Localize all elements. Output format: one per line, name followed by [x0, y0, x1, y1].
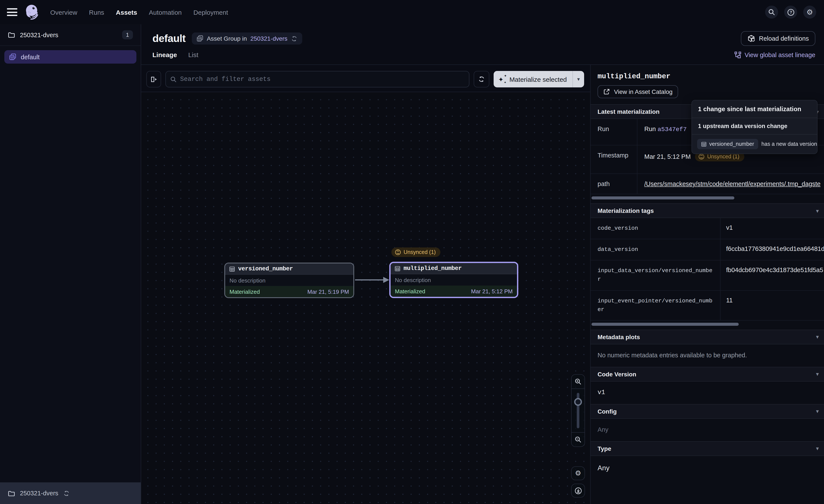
timestamp-value: Mar 21, 5:12 PM	[644, 153, 691, 160]
run-row-label: Run	[591, 119, 637, 145]
sidebar-footer-code-location[interactable]: 250321-dvers	[0, 482, 141, 504]
nav-automation[interactable]: Automation	[149, 8, 182, 16]
section-type[interactable]: Type ▾	[591, 441, 824, 456]
path-row: path /Users/smackesey/stm/code/elementl/…	[591, 174, 824, 194]
zoom-out-icon	[575, 436, 582, 443]
asset-group-icon	[9, 53, 16, 60]
unsynced-badge[interactable]: Unsynced (1)	[391, 247, 440, 257]
view-global-asset-lineage-label: View global asset lineage	[744, 51, 815, 58]
top-nav: Overview Runs Assets Automation Deployme…	[0, 0, 824, 24]
tag-value: f6ccba1776380941e9cd1ea66481d	[721, 239, 824, 260]
tag-key: input_data_version/versioned_number	[591, 261, 721, 290]
nav-overview[interactable]: Overview	[50, 8, 77, 16]
asset-node-header: multiplied_number	[391, 263, 517, 274]
asset-node-versioned-number[interactable]: versioned_number No description Material…	[224, 263, 354, 298]
path-link[interactable]: /Users/smackesey/stm/code/elementl/exper…	[644, 180, 821, 187]
popup-subtitle: 1 upstream data version change	[692, 118, 817, 135]
sidebar-group-count-badge: 1	[122, 30, 133, 39]
view-tabs: Lineage List	[152, 51, 198, 58]
config-value: Any	[591, 419, 824, 441]
dagster-app: Overview Runs Assets Automation Deployme…	[0, 0, 824, 504]
download-icon	[575, 487, 582, 494]
chevron-down-icon: ▾	[816, 371, 819, 377]
nav-deployment[interactable]: Deployment	[193, 8, 228, 16]
asset-node-status: Materialized	[229, 288, 260, 295]
tag-value: 11	[721, 290, 824, 320]
asset-detail-title: multiplied_number	[598, 72, 817, 81]
reload-definitions-button[interactable]: Reload definitions	[741, 31, 815, 46]
tag-key: data_version	[591, 239, 721, 260]
sync-status-icon	[699, 154, 705, 160]
primary-nav: Overview Runs Assets Automation Deployme…	[50, 8, 228, 16]
section-code-version[interactable]: Code Version ▾	[591, 367, 824, 382]
svg-text:?: ?	[789, 10, 792, 14]
dagster-logo-icon[interactable]	[23, 3, 40, 21]
asset-chip-versioned-number[interactable]: versioned_number	[697, 139, 758, 149]
section-materialization-tags[interactable]: Materialization tags ▾	[591, 203, 824, 218]
materialize-selected-split-button: ✦✦✦ Materialize selected ▾	[494, 71, 584, 87]
tag-row: input_data_version/versioned_number fb04…	[591, 261, 824, 291]
refresh-icon[interactable]	[291, 35, 298, 42]
tag-row: input_event_pointer/versioned_number 11	[591, 290, 824, 321]
help-icon: ?	[787, 8, 794, 16]
lineage-canvas[interactable]: Unsynced (1) versioned_number No descrip…	[141, 92, 590, 504]
expand-panel-icon	[150, 76, 158, 83]
materialize-selected-button[interactable]: ✦✦✦ Materialize selected	[494, 71, 573, 87]
tag-row: data_version f6ccba1776380941e9cd1ea6648…	[591, 239, 824, 260]
page-title: default	[152, 32, 186, 44]
run-id-link[interactable]: a5347ef7	[657, 126, 687, 133]
tab-list[interactable]: List	[188, 51, 198, 58]
asset-node-multiplied-number[interactable]: multiplied_number No description Materia…	[389, 262, 518, 298]
nav-assets[interactable]: Assets	[116, 8, 137, 16]
graph-toolbar: ✦✦✦ Materialize selected ▾	[141, 65, 590, 92]
section-heading: Materialization tags	[598, 207, 654, 214]
timestamp-row-label: Timestamp	[591, 145, 637, 173]
gear-icon: ⚙	[807, 8, 813, 16]
zoom-out-button[interactable]	[572, 432, 585, 447]
materialize-dropdown-button[interactable]: ▾	[573, 71, 584, 87]
sidebar-item-default[interactable]: default	[4, 50, 136, 64]
asset-group-chip: Asset Group in 250321-dvers	[192, 32, 302, 44]
chip-group-link[interactable]: 250321-dvers	[250, 35, 287, 42]
view-in-asset-catalog-button[interactable]: View in Asset Catalog	[598, 85, 678, 98]
tag-key: input_event_pointer/versioned_number	[591, 290, 721, 320]
section-config[interactable]: Config ▾	[591, 404, 824, 419]
view-global-asset-lineage-link[interactable]: View global asset lineage	[734, 51, 815, 58]
popup-title: 1 change since last materialization	[692, 100, 817, 118]
materialize-selected-label: Materialize selected	[509, 76, 567, 83]
code-version-value: v1	[591, 382, 824, 404]
refresh-icon[interactable]	[63, 490, 70, 496]
external-link-icon	[603, 88, 610, 95]
sidebar-group-250321-dvers[interactable]: 250321-dvers 1	[0, 24, 141, 46]
refresh-graph-button[interactable]	[474, 71, 490, 87]
zoom-slider-knob[interactable]	[574, 398, 582, 406]
graph-settings-button[interactable]: ⚙	[571, 466, 585, 480]
search-icon	[768, 9, 775, 16]
settings-button[interactable]: ⚙	[803, 6, 816, 19]
help-button[interactable]: ?	[784, 6, 797, 19]
reload-cube-icon	[747, 35, 755, 42]
view-in-asset-catalog-label: View in Asset Catalog	[614, 88, 673, 95]
chevron-down-icon: ▾	[816, 446, 819, 452]
download-graph-button[interactable]	[571, 484, 585, 498]
search-button[interactable]	[765, 6, 778, 19]
zoom-in-button[interactable]	[572, 375, 585, 388]
asset-node-footer: Materialized Mar 21, 5:19 PM	[225, 286, 353, 297]
asset-search-input[interactable]	[180, 76, 465, 83]
zoom-slider[interactable]	[572, 388, 585, 432]
table-icon	[701, 141, 707, 147]
expand-panel-button[interactable]	[146, 71, 161, 87]
lineage-graph-section: ✦✦✦ Materialize selected ▾ Unsynced (1)	[141, 65, 590, 504]
section-heading: Code Version	[598, 371, 636, 378]
menu-icon[interactable]	[7, 8, 17, 16]
sidebar-group-label: 250321-dvers	[20, 31, 58, 38]
tab-lineage[interactable]: Lineage	[152, 51, 177, 58]
unsynced-badge-label: Unsynced (1)	[707, 154, 739, 160]
nav-runs[interactable]: Runs	[89, 8, 104, 16]
section-metadata-plots[interactable]: Metadata plots ▾	[591, 330, 824, 344]
page-header: default Asset Group in 250321-dvers	[141, 24, 824, 65]
horizontal-scrollbar[interactable]	[592, 323, 739, 326]
horizontal-scrollbar[interactable]	[592, 197, 734, 200]
asset-node-timestamp: Mar 21, 5:12 PM	[471, 288, 513, 294]
sync-status-icon	[395, 249, 401, 255]
